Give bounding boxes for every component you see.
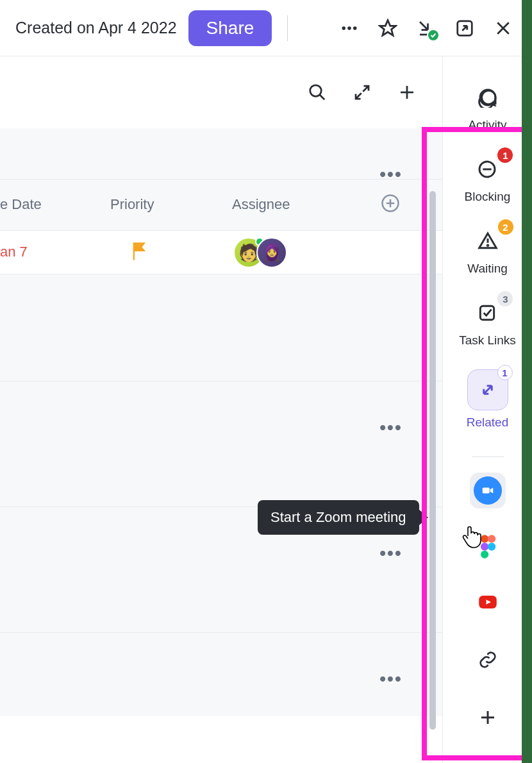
- svg-point-23: [488, 535, 495, 542]
- column-assignee-label: Assignee: [232, 196, 290, 213]
- fullscreen-icon: [353, 83, 372, 102]
- svg-point-24: [481, 542, 488, 550]
- rail-related[interactable]: 1 Related: [467, 369, 509, 430]
- plus-circle-icon: [381, 194, 400, 213]
- svg-point-26: [481, 551, 488, 558]
- task-row[interactable]: an 7 🧑 🧕: [0, 231, 442, 274]
- youtube-icon: [474, 592, 501, 612]
- search-icon: [308, 83, 327, 102]
- link-tool-button[interactable]: [470, 642, 506, 678]
- column-headers-row: e Date Priority Assignee: [0, 180, 442, 231]
- svg-point-25: [488, 542, 495, 550]
- rail-waiting-label: Waiting: [467, 262, 508, 276]
- badge-count: 3: [497, 291, 513, 306]
- rail-waiting[interactable]: 2 Waiting: [467, 226, 508, 276]
- list-section: •••: [0, 633, 442, 716]
- top-bar: Created on Apr 4 2022 Share: [0, 0, 532, 56]
- column-priority-label: Priority: [110, 196, 154, 213]
- share-button[interactable]: Share: [188, 10, 272, 46]
- ellipsis-icon: [340, 19, 359, 38]
- rail-divider: [472, 457, 504, 457]
- priority-flag[interactable]: [131, 241, 149, 264]
- rail-activity[interactable]: Activity: [468, 82, 506, 132]
- search-button[interactable]: [308, 83, 327, 102]
- rail-related-label: Related: [467, 415, 509, 430]
- scrollbar[interactable]: [429, 191, 436, 730]
- tray-button[interactable]: [417, 19, 436, 38]
- avatar[interactable]: 🧕: [256, 237, 287, 268]
- section-menu-button[interactable]: •••: [378, 543, 404, 564]
- close-button[interactable]: [494, 19, 513, 38]
- divider: [287, 15, 288, 41]
- badge-count: 1: [497, 365, 513, 380]
- list-section-header: •••: [0, 128, 442, 180]
- svg-point-19: [487, 245, 488, 246]
- flag-icon: [131, 241, 149, 262]
- list-section: •••: [0, 382, 442, 507]
- section-menu-button[interactable]: •••: [378, 669, 404, 689]
- assignee-avatars[interactable]: 🧑 🧕: [233, 237, 287, 268]
- plus-icon: [478, 708, 497, 727]
- main-content: ••• e Date Priority Assignee an 7 🧑: [0, 56, 442, 763]
- favorite-button[interactable]: [378, 19, 397, 38]
- youtube-tool-button[interactable]: [470, 584, 506, 620]
- add-tool-button[interactable]: [470, 700, 506, 735]
- close-icon: [494, 19, 513, 38]
- add-column-button[interactable]: [381, 194, 400, 213]
- more-menu-button[interactable]: [340, 19, 359, 38]
- svg-rect-20: [481, 306, 494, 319]
- expand-button[interactable]: [455, 19, 474, 38]
- svg-rect-14: [133, 242, 135, 260]
- svg-point-1: [347, 26, 351, 30]
- svg-line-8: [320, 95, 325, 100]
- content-toolbar: [0, 56, 442, 128]
- rail-task-links[interactable]: 3 Task Links: [459, 298, 516, 348]
- expand-icon: [455, 19, 474, 38]
- screen-edge: [522, 0, 532, 763]
- warning-icon: [478, 231, 498, 251]
- zoom-tooltip: Start a Zoom meeting: [258, 500, 419, 535]
- rail-activity-label: Activity: [468, 118, 506, 132]
- badge-count: 1: [497, 147, 513, 163]
- svg-point-0: [342, 26, 346, 30]
- check-badge-icon: [427, 29, 440, 42]
- svg-point-7: [310, 85, 322, 97]
- rail-blocking[interactable]: 1 Blocking: [465, 154, 511, 204]
- task-check-icon: [477, 303, 497, 323]
- created-on-text: Created on Apr 4 2022: [15, 19, 177, 37]
- rail-blocking-label: Blocking: [465, 190, 511, 204]
- section-menu-button[interactable]: •••: [378, 417, 404, 438]
- rail-task-links-label: Task Links: [459, 333, 516, 348]
- badge-count: 2: [498, 219, 513, 235]
- list-section: [0, 274, 442, 382]
- side-rail: Activity 1 Blocking 2 Waiting 3 Task Lin…: [442, 56, 532, 763]
- svg-point-2: [353, 26, 357, 30]
- add-button[interactable]: [397, 83, 417, 102]
- fullscreen-button[interactable]: [353, 83, 372, 102]
- due-date-value: an 7: [0, 244, 28, 260]
- svg-rect-21: [482, 487, 489, 493]
- chat-icon: [478, 87, 498, 108]
- plus-icon: [397, 83, 417, 102]
- link-icon: [478, 650, 497, 669]
- column-date-label: e Date: [0, 196, 42, 213]
- star-icon: [378, 19, 397, 38]
- zoom-tool-button[interactable]: [470, 473, 506, 508]
- figma-tool-button[interactable]: [470, 530, 506, 566]
- zoom-icon: [474, 476, 502, 505]
- blocking-icon: [477, 159, 497, 180]
- svg-marker-3: [380, 20, 396, 35]
- figma-icon: [478, 534, 497, 562]
- related-icon: [478, 380, 497, 399]
- svg-point-22: [481, 535, 488, 542]
